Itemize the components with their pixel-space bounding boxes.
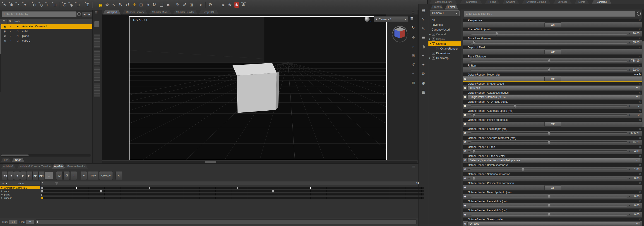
delete-keys-button[interactable]: ✕: [71, 171, 77, 180]
param-control[interactable]: Off: [463, 49, 642, 54]
keyframe[interactable]: [272, 190, 274, 193]
timeline-pane-options-icon[interactable]: ☰: [412, 164, 415, 168]
viewport-options-icon[interactable]: ☰: [410, 17, 413, 21]
expand-icon[interactable]: ▶: [1, 194, 3, 196]
drawstyle-icon[interactable]: [364, 17, 370, 22]
eye-icon[interactable]: ◉: [4, 39, 6, 42]
col-visibility[interactable]: V: [3, 20, 5, 22]
param-control[interactable]: –+738.19: [463, 58, 642, 63]
param-control[interactable]: On: [463, 22, 642, 27]
scene-node-cube[interactable]: ◉✓□cube: [0, 29, 92, 33]
keyframe[interactable]: [41, 197, 43, 199]
keyframe[interactable]: [150, 187, 150, 189]
tool-settings[interactable]: ⚙: [207, 1, 214, 8]
param-value[interactable]: 0.00: [624, 204, 640, 207]
param-slider[interactable]: [471, 114, 627, 116]
param-value[interactable]: 16.25: [624, 141, 640, 144]
param-slider[interactable]: [471, 105, 627, 107]
gear-icon[interactable]: ⚙: [639, 109, 641, 112]
move-up-icon[interactable]: ▲: [2, 182, 4, 185]
param-control[interactable]: ❋Off: [463, 76, 642, 81]
toggle-off[interactable]: Off: [544, 122, 561, 127]
expand-icon[interactable]: ▶: [1, 190, 3, 192]
dock-tab-parameters[interactable]: Parameters: [460, 0, 482, 3]
pane-icon[interactable]: ▤: [419, 8, 428, 13]
param-slider[interactable]: [471, 178, 627, 179]
favorite-lock-gear-icons[interactable]: ⌀♥⚙: [634, 73, 641, 76]
bone-tool[interactable]: ⋔: [144, 1, 151, 8]
timeline-tab-measure-metrics[interactable]: Measure Metrics: [64, 164, 88, 169]
brush-tool[interactable]: ✐: [181, 1, 188, 8]
param-value[interactable]: 0.00: [624, 195, 640, 198]
dock-tab-shaping[interactable]: Shaping: [503, 0, 519, 3]
timeline-tab-timeline[interactable]: Timeline: [39, 164, 53, 169]
create-point-light[interactable]: ✸+: [8, 1, 15, 8]
gear-icon[interactable]: ⚙: [639, 46, 641, 49]
param-control[interactable]: –+22.00: [463, 67, 642, 72]
timeline-tab-keymate[interactable]: keyMate: [52, 164, 65, 169]
gear-icon[interactable]: ⚙: [639, 19, 641, 22]
tab-presets[interactable]: Presets: [430, 4, 444, 9]
create-distant-light[interactable]: ✦+: [22, 1, 28, 8]
nudge-down-button[interactable]: –: [468, 213, 470, 216]
select-check-icon[interactable]: ✓: [10, 39, 12, 42]
col-selectability[interactable]: S: [9, 20, 11, 22]
viewport-tab-shader-builder[interactable]: Shader Builder: [173, 10, 198, 14]
step-back-button[interactable]: ◀: [14, 171, 20, 180]
sphere-icon[interactable]: ◉: [419, 81, 428, 85]
param-value[interactable]: 0: [624, 113, 640, 117]
sidebar-item-general[interactable]: ▶GGeneral: [428, 32, 461, 37]
scene-hscrollbar[interactable]: [1, 154, 90, 157]
param-value[interactable]: 4.00: [624, 150, 640, 153]
toggle-off[interactable]: Off: [544, 185, 561, 190]
param-value[interactable]: 0.00: [624, 213, 640, 216]
param-control[interactable]: –+36.00: [463, 31, 642, 36]
spin-tool[interactable]: ↺: [124, 1, 131, 8]
scene-filter-input[interactable]: Enter text to filter by...: [2, 11, 76, 17]
param-slider[interactable]: [471, 196, 627, 198]
curve-editor-button[interactable]: ∿: [116, 171, 122, 180]
toggle-off[interactable]: Off: [544, 77, 561, 81]
sidebar-item-dimensions[interactable]: GDimensions: [428, 51, 461, 56]
create-gauge-light[interactable]: ◔+: [15, 1, 22, 8]
gear-icon[interactable]: ⚙: [639, 55, 641, 58]
gear-icon[interactable]: ⚙: [639, 191, 641, 194]
gear-icon[interactable]: ⚙: [639, 28, 641, 31]
move-down-icon[interactable]: ▼: [6, 182, 8, 185]
params-vscrollbar[interactable]: [642, 9, 644, 226]
gear-icon[interactable]: ⚙: [639, 218, 641, 221]
view-cube-gizmo[interactable]: [390, 24, 410, 42]
viewport-pane-options-icon[interactable]: ☰: [412, 10, 414, 14]
nudge-down-button[interactable]: –: [468, 68, 470, 71]
gear-icon[interactable]: ⚙: [639, 37, 641, 40]
paste-keys-button[interactable]: ❐: [64, 171, 70, 180]
filter-next-button[interactable]: ▶: [87, 11, 92, 17]
gear-icon[interactable]: ⚙: [639, 136, 641, 140]
timeline-track-cube-2[interactable]: ▶cube 2: [0, 196, 418, 199]
timeline-tab-animate2[interactable]: aniMate2: [1, 164, 16, 169]
next-key-button[interactable]: ▶▶: [32, 171, 38, 180]
nudge-down-button[interactable]: –: [468, 204, 470, 207]
tab-editor[interactable]: Editor: [445, 4, 458, 9]
grid-snap-tool[interactable]: ▦: [97, 1, 104, 8]
nudge-down-button[interactable]: –: [468, 59, 470, 62]
play-button[interactable]: ▶: [20, 171, 26, 180]
sidebar-item-camera[interactable]: ▼GCamera: [428, 41, 461, 46]
param-slider[interactable]: [471, 169, 627, 170]
help-cursor-icon[interactable]: ?: [419, 17, 428, 22]
param-slider[interactable]: [471, 33, 627, 35]
dock-tab-cameras[interactable]: Cameras: [592, 0, 612, 3]
nudge-down-button[interactable]: –: [468, 177, 470, 180]
timeline-track-cube[interactable]: ▶cube: [0, 190, 418, 193]
star-icon[interactable]: ✦: [419, 62, 428, 67]
gear-icon[interactable]: ⚙: [639, 173, 641, 176]
scene-node-cube-2[interactable]: ◉✓□cube 2: [0, 38, 92, 43]
nudge-down-button[interactable]: –: [468, 41, 470, 44]
scale-tool[interactable]: ⊡: [138, 1, 144, 8]
sidebar-item-currently-used[interactable]: Currently Used: [428, 27, 461, 32]
param-dropdown[interactable]: Select a ƒ-number from the full-stop sca…: [468, 158, 640, 162]
docked-pane-tab[interactable]: [94, 66, 100, 81]
keyframe[interactable]: [310, 187, 311, 189]
viewport-tab-viewport[interactable]: Viewport: [103, 10, 121, 14]
scene-node-plane[interactable]: ◉✓□plane: [0, 33, 92, 38]
